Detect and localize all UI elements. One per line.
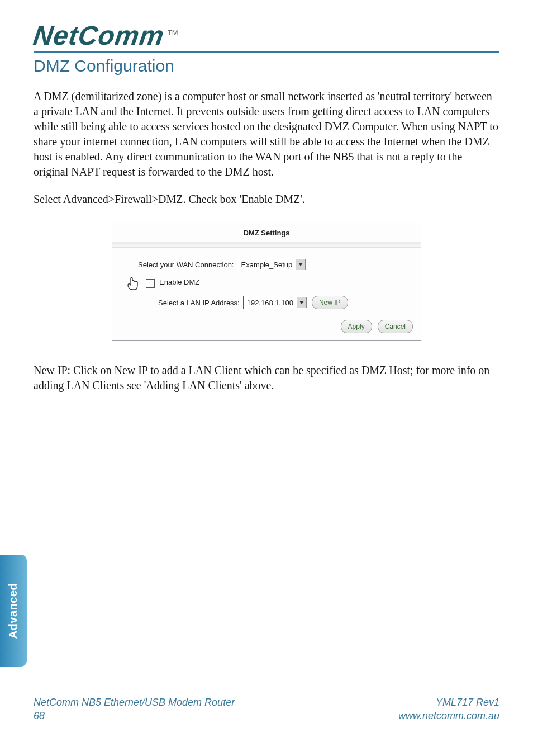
paragraph-newip: New IP: Click on New IP to add a LAN Cli… xyxy=(34,363,499,393)
footer-url: www.netcomm.com.au xyxy=(398,710,499,722)
enable-dmz-checkbox[interactable] xyxy=(146,279,155,288)
new-ip-button[interactable]: New IP xyxy=(312,296,348,309)
footer-doc-rev: YML717 Rev1 xyxy=(398,696,499,709)
page-title: DMZ Configuration xyxy=(34,56,499,75)
dmz-settings-panel: DMZ Settings Select your WAN Connection:… xyxy=(112,223,421,341)
chevron-down-icon xyxy=(296,259,306,270)
trademark-symbol: TM xyxy=(168,29,178,37)
panel-title: DMZ Settings xyxy=(112,223,421,242)
footer-product: NetComm NB5 Ethernet/USB Modem Router xyxy=(34,696,235,709)
svg-marker-1 xyxy=(299,301,304,304)
paragraph-intro: A DMZ (demilitarized zone) is a computer… xyxy=(34,89,499,179)
brand-name: NetComm xyxy=(32,22,166,49)
side-tab-label: Advanced xyxy=(7,583,20,639)
cancel-button[interactable]: Cancel xyxy=(378,320,413,333)
lan-ip-value: 192.168.1.100 xyxy=(247,299,293,307)
cursor-pointer-icon xyxy=(127,277,138,290)
paragraph-instruction: Select Advanced>Firewall>DMZ. Check box … xyxy=(34,192,499,207)
footer-page-number: 68 xyxy=(34,710,235,722)
wan-connection-label: Select your WAN Connection: xyxy=(138,261,234,269)
wan-connection-value: Example_Setup xyxy=(241,261,292,269)
apply-button[interactable]: Apply xyxy=(341,320,372,333)
header-divider xyxy=(34,51,499,53)
svg-marker-0 xyxy=(298,263,303,266)
brand-logo: NetComm TM xyxy=(34,22,499,49)
side-tab-advanced: Advanced xyxy=(0,555,27,667)
lan-ip-label: Select a LAN IP Address: xyxy=(158,299,240,307)
page-footer: NetComm NB5 Ethernet/USB Modem Router 68… xyxy=(34,696,499,722)
panel-separator xyxy=(112,242,421,247)
chevron-down-icon xyxy=(297,297,307,308)
lan-ip-select[interactable]: 192.168.1.100 xyxy=(243,296,308,309)
wan-connection-select[interactable]: Example_Setup xyxy=(237,258,307,271)
enable-dmz-label: Enable DMZ xyxy=(159,278,199,286)
